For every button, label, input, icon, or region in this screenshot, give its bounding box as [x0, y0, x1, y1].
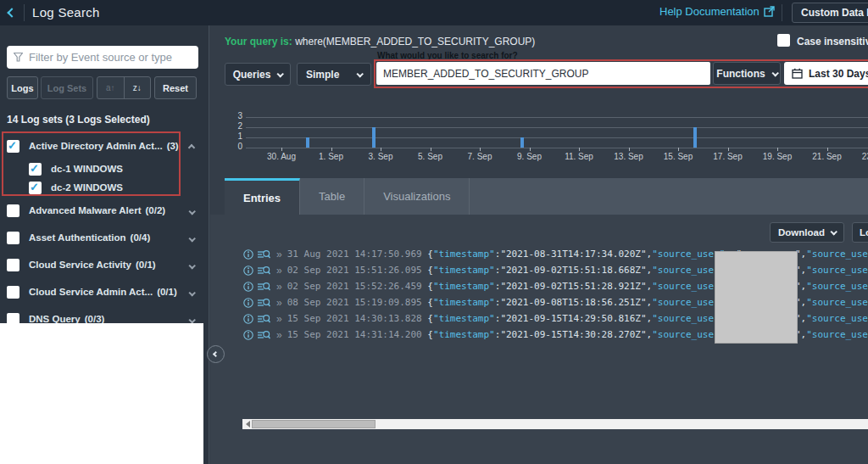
- query-summary-label: Your query is:: [225, 36, 292, 48]
- gridline: [246, 148, 868, 148]
- redacted-source-user-values: [715, 251, 798, 344]
- reset-button[interactable]: Reset: [154, 76, 197, 99]
- axis-tick: [530, 148, 531, 151]
- result-tabs: EntriesTableVisualizations: [225, 178, 868, 215]
- back-button[interactable]: [0, 0, 24, 25]
- event-source-filter-input[interactable]: Filter by Event source or type: [7, 46, 198, 69]
- time-range-button[interactable]: Last 30 Days: [784, 62, 868, 85]
- entry-received-time: 15 Sep 2021 14:30:13.828: [287, 313, 422, 324]
- log-label: dc-1 WINDOWS: [51, 164, 123, 174]
- log-set-row[interactable]: Cloud Service Activity(0/1): [0, 251, 209, 278]
- info-icon[interactable]: [243, 314, 253, 324]
- download-button[interactable]: Download: [770, 222, 844, 243]
- x-axis-tick-label: 23. Sep: [862, 152, 868, 161]
- axis-tick: [281, 148, 282, 151]
- info-icon[interactable]: [243, 330, 253, 340]
- sort-button-group: a↑ z↓: [97, 76, 151, 99]
- query-summary: Your query is: where(MEMBER_ADDED_TO_SEC…: [225, 36, 535, 48]
- axis-tick: [331, 148, 332, 151]
- calendar-icon: [792, 68, 803, 79]
- event-count-bar[interactable]: [372, 127, 376, 148]
- expand-entry-chevron[interactable]: »: [276, 249, 282, 260]
- info-icon[interactable]: [243, 282, 253, 292]
- x-axis-tick-label: 15. Sep: [664, 152, 693, 161]
- external-link-icon: [764, 6, 775, 17]
- info-icon[interactable]: [243, 298, 253, 308]
- chevron-left-icon: [7, 8, 16, 17]
- x-axis-tick-label: 13. Sep: [614, 152, 643, 161]
- search-query-input[interactable]: [376, 62, 710, 85]
- log-set-count: (0/4): [131, 232, 151, 243]
- inspect-entry-icon[interactable]: [258, 314, 270, 324]
- tab-entries[interactable]: Entries: [225, 178, 300, 215]
- functions-dropdown-button[interactable]: Functions: [713, 62, 781, 85]
- log-set-row[interactable]: Asset Authentication(0/4): [0, 224, 209, 251]
- axis-tick: [728, 148, 729, 151]
- x-axis-tick-label: 7. Sep: [468, 152, 492, 161]
- queries-dropdown-button[interactable]: Queries: [225, 63, 291, 86]
- scrollbar-thumb[interactable]: [252, 420, 376, 428]
- expand-entry-chevron[interactable]: »: [276, 281, 282, 293]
- sort-ascending-icon[interactable]: a↑: [97, 77, 125, 98]
- filter-funnel-icon: [14, 53, 23, 62]
- inspect-entry-icon[interactable]: [258, 330, 270, 340]
- log-set-checkbox[interactable]: [7, 204, 19, 217]
- gridline: [246, 137, 868, 138]
- expand-entry-chevron[interactable]: »: [276, 297, 282, 309]
- info-icon[interactable]: [243, 266, 253, 276]
- log-set-label: Advanced Malware Alert: [29, 205, 142, 215]
- log-checkbox[interactable]: [29, 182, 42, 194]
- log-sets-summary: 14 Log sets (3 Logs Selected): [7, 114, 150, 126]
- custom-data-parser-button[interactable]: Custom Data Par: [792, 3, 868, 23]
- inspect-entry-icon[interactable]: [258, 282, 270, 292]
- event-count-bar[interactable]: [520, 137, 524, 148]
- help-documentation-link[interactable]: Help Documentation: [659, 5, 775, 18]
- event-count-bar[interactable]: [306, 137, 309, 148]
- clipped-right-button[interactable]: Lo: [852, 222, 868, 243]
- expand-entry-chevron[interactable]: »: [276, 265, 282, 277]
- log-row[interactable]: dc-1 WINDOWS: [0, 159, 209, 178]
- chevron-down-icon[interactable]: [189, 203, 194, 218]
- log-checkbox[interactable]: [29, 163, 42, 176]
- log-sets-sidebar: Filter by Event source or type Logs Log …: [0, 25, 209, 464]
- log-set-row[interactable]: Advanced Malware Alert(0/2): [0, 197, 209, 224]
- axis-tick: [579, 148, 580, 151]
- log-set-checkbox[interactable]: [7, 232, 19, 244]
- entry-received-time: 08 Sep 2021 15:19:09.895: [287, 297, 422, 308]
- chevron-up-icon[interactable]: [189, 138, 194, 154]
- sort-descending-icon[interactable]: z↓: [125, 77, 151, 98]
- horizontal-scrollbar[interactable]: [242, 419, 868, 429]
- expand-entry-chevron[interactable]: »: [276, 313, 282, 325]
- query-mode-select[interactable]: Simple: [297, 63, 371, 86]
- log-set-row[interactable]: Cloud Service Admin Act...(0/1): [0, 278, 209, 305]
- expand-entry-chevron[interactable]: »: [276, 329, 282, 341]
- log-set-checkbox[interactable]: [7, 286, 19, 299]
- chevron-down-icon[interactable]: [189, 230, 194, 245]
- x-axis-tick-label: 11. Sep: [565, 152, 593, 161]
- case-insensitive-checkbox[interactable]: [777, 34, 790, 47]
- inspect-entry-icon[interactable]: [258, 249, 270, 260]
- inspect-entry-icon[interactable]: [258, 266, 270, 276]
- log-sets-toggle-button[interactable]: Log Sets: [41, 76, 93, 99]
- tab-table[interactable]: Table: [300, 178, 364, 215]
- log-row[interactable]: dc-2 WINDOWS: [0, 178, 209, 197]
- gridline: [246, 117, 868, 118]
- log-label: dc-2 WINDOWS: [51, 182, 123, 193]
- logs-toggle-button[interactable]: Logs: [7, 76, 38, 99]
- log-set-checkbox[interactable]: [7, 140, 19, 153]
- tab-visualizations[interactable]: Visualizations: [364, 178, 470, 215]
- info-icon[interactable]: [243, 249, 253, 260]
- log-set-row[interactable]: Active Directory Admin Act...(3): [0, 132, 209, 159]
- chevron-down-icon[interactable]: [189, 284, 194, 299]
- y-axis-tick-label: 2: [227, 121, 242, 131]
- axis-tick: [480, 148, 481, 151]
- axis-tick: [678, 148, 679, 151]
- inspect-entry-icon[interactable]: [258, 298, 270, 308]
- log-set-count: (3): [167, 141, 179, 151]
- x-axis-tick-label: 17. Sep: [713, 152, 742, 161]
- chevron-left-icon: [213, 351, 219, 357]
- sidebar-collapse-button[interactable]: [207, 345, 225, 363]
- log-set-checkbox[interactable]: [7, 259, 19, 271]
- event-count-bar[interactable]: [693, 127, 697, 148]
- chevron-down-icon[interactable]: [189, 257, 194, 272]
